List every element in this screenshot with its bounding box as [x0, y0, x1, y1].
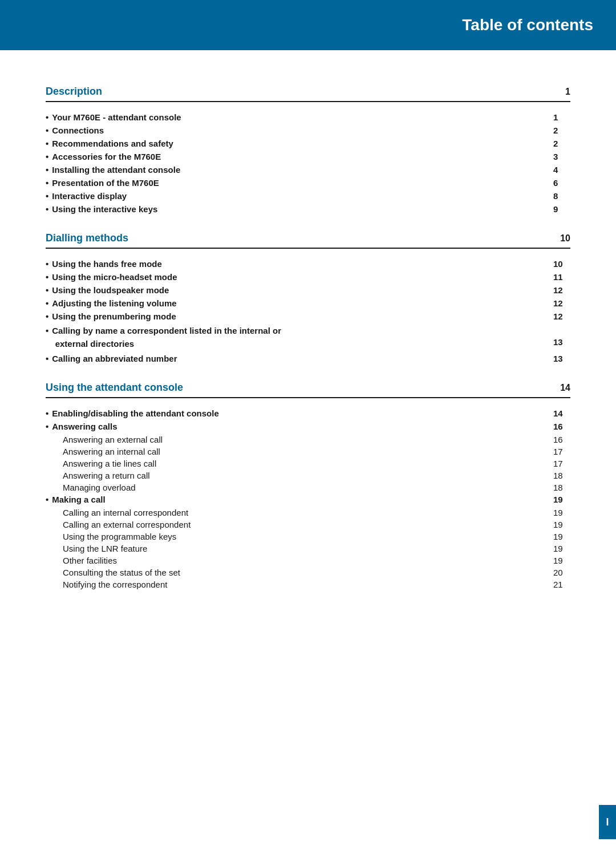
subitem-label: Answering a return call	[63, 471, 553, 480]
list-item: Calling an internal correspondent 19	[46, 508, 570, 517]
list-item: Answering an internal call 17	[46, 447, 570, 456]
using-items: •Enabling/disabling the attendant consol…	[46, 408, 570, 589]
section-description-title: Description	[46, 86, 102, 98]
page-title: Table of contents	[462, 16, 593, 34]
list-item: •Answering calls 16	[46, 422, 570, 431]
subitem-label: Using the programmable keys	[63, 532, 553, 541]
item-page: 14	[553, 408, 570, 418]
list-item: •Using the micro-headset mode 11	[46, 272, 570, 282]
item-page: 9	[553, 204, 570, 214]
subitem-page: 19	[553, 508, 570, 517]
item-label: •Making a call	[46, 495, 553, 504]
list-item: •Your M760E - attendant console 1	[46, 112, 570, 122]
list-item: •Accessories for the M760E 3	[46, 152, 570, 161]
section-using-title: Using the attendant console	[46, 382, 183, 394]
item-label: •Adjusting the listening volume	[46, 298, 553, 308]
item-page: 11	[553, 272, 570, 282]
list-item: Using the programmable keys 19	[46, 532, 570, 541]
list-item: •Presentation of the M760E 6	[46, 178, 570, 188]
subitem-page: 19	[553, 520, 570, 529]
item-label: •Calling by name a correspondent listed …	[46, 325, 553, 350]
description-items: •Your M760E - attendant console 1 •Conne…	[46, 112, 570, 214]
item-page: 12	[553, 311, 570, 321]
footer-tab: I	[599, 805, 616, 839]
subitem-label: Notifying the correspondent	[63, 580, 553, 589]
item-page: 4	[553, 165, 570, 175]
toc-content: Description 1 •Your M760E - attendant co…	[0, 50, 616, 629]
item-label: •Connections	[46, 126, 553, 135]
section-dialling-header: Dialling methods 10	[46, 232, 570, 249]
subitem-label: Answering an external call	[63, 435, 553, 444]
item-page: 13	[553, 325, 570, 347]
section-dialling-title: Dialling methods	[46, 232, 128, 244]
item-label: •Enabling/disabling the attendant consol…	[46, 408, 553, 418]
item-page: 6	[553, 178, 570, 188]
section-using-page: 14	[560, 383, 570, 393]
subitem-page: 17	[553, 459, 570, 468]
list-item: •Using the loudspeaker mode 12	[46, 285, 570, 295]
subitem-page: 19	[553, 556, 570, 565]
item-page: 2	[553, 126, 570, 135]
list-item: Answering an external call 16	[46, 435, 570, 444]
list-item: Answering a tie lines call 17	[46, 459, 570, 468]
list-item: •Adjusting the listening volume 12	[46, 298, 570, 308]
item-label: •Your M760E - attendant console	[46, 112, 553, 122]
item-page: 8	[553, 191, 570, 201]
list-item: •Installing the attendant console 4	[46, 165, 570, 175]
item-label: •Using the loudspeaker mode	[46, 285, 553, 295]
item-label: •Interactive display	[46, 191, 553, 201]
item-label: •Using the micro-headset mode	[46, 272, 553, 282]
item-page: 12	[553, 285, 570, 295]
subitem-page: 17	[553, 447, 570, 456]
section-using-header: Using the attendant console 14	[46, 382, 570, 398]
item-label: •Answering calls	[46, 422, 553, 431]
item-page: 13	[553, 354, 570, 363]
section-dialling-page: 10	[560, 233, 570, 244]
item-label: •Accessories for the M760E	[46, 152, 553, 161]
subitem-label: Consulting the status of the set	[63, 568, 553, 577]
subitem-page: 18	[553, 471, 570, 480]
item-page: 2	[553, 139, 570, 148]
dialling-items: •Using the hands free mode 10 •Using the…	[46, 259, 570, 363]
subitem-label: Using the LNR feature	[63, 544, 553, 553]
subitem-page: 16	[553, 435, 570, 444]
subitem-label: Answering a tie lines call	[63, 459, 553, 468]
item-label: •Installing the attendant console	[46, 165, 553, 175]
footer-tab-label: I	[606, 816, 609, 828]
list-item: •Using the prenumbering mode 12	[46, 311, 570, 321]
subitem-label: Other facilities	[63, 556, 553, 565]
list-item: Answering a return call 18	[46, 471, 570, 480]
list-item: •Calling an abbreviated number 13	[46, 354, 570, 363]
item-page: 1	[553, 112, 570, 122]
section-description-page: 1	[565, 87, 570, 97]
list-item: Notifying the correspondent 21	[46, 580, 570, 589]
list-item: •Interactive display 8	[46, 191, 570, 201]
item-page: 16	[553, 422, 570, 431]
list-item: •Using the hands free mode 10	[46, 259, 570, 269]
item-label: •Presentation of the M760E	[46, 178, 553, 188]
list-item: •Using the interactive keys 9	[46, 204, 570, 214]
list-item: Other facilities 19	[46, 556, 570, 565]
subitem-label: Calling an internal correspondent	[63, 508, 553, 517]
subitem-label: Calling an external correspondent	[63, 520, 553, 529]
subitem-page: 19	[553, 532, 570, 541]
header-banner: Table of contents	[0, 0, 616, 50]
subitem-label: Managing overload	[63, 483, 553, 492]
list-item: Consulting the status of the set 20	[46, 568, 570, 577]
section-description-header: Description 1	[46, 86, 570, 102]
list-item: Managing overload 18	[46, 483, 570, 492]
list-item: Using the LNR feature 19	[46, 544, 570, 553]
subitem-page: 19	[553, 544, 570, 553]
list-item: •Enabling/disabling the attendant consol…	[46, 408, 570, 418]
item-label: •Calling an abbreviated number	[46, 354, 553, 363]
item-page: 12	[553, 298, 570, 308]
item-page: 19	[553, 495, 570, 504]
list-item: Calling an external correspondent 19	[46, 520, 570, 529]
item-label: •Recommendations and safety	[46, 139, 553, 148]
item-label: •Using the interactive keys	[46, 204, 553, 214]
item-page: 10	[553, 259, 570, 269]
item-label: •Using the prenumbering mode	[46, 311, 553, 321]
subitem-label: Answering an internal call	[63, 447, 553, 456]
item-label: •Using the hands free mode	[46, 259, 553, 269]
list-item: •Connections 2	[46, 126, 570, 135]
